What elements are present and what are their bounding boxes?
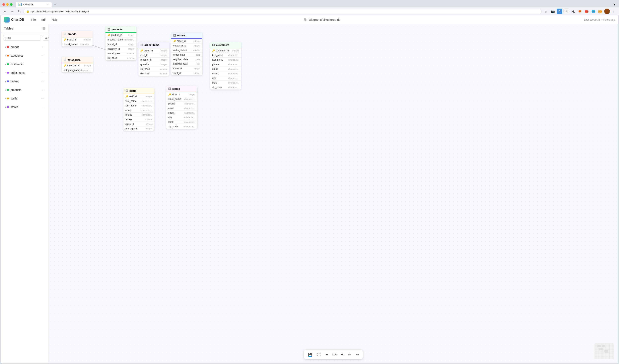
add-table-icon: ⊞	[45, 36, 47, 39]
table-row: model_year smallint	[105, 51, 136, 56]
dropdown-button[interactable]: ▾	[613, 3, 617, 7]
sidebar-item-staffs[interactable]: ∨ staffs ⋯	[1, 94, 48, 103]
table-row: first_name character...	[210, 53, 241, 57]
field-type: integer	[84, 64, 91, 67]
table-icon: 🔲	[168, 87, 171, 90]
browser-tab[interactable]: 📊 ChartDB ×	[16, 2, 52, 7]
table-menu-icon[interactable]: ⋯	[41, 53, 45, 58]
table-menu-icon[interactable]: ⋯	[41, 62, 45, 66]
table-order-items[interactable]: 🔲 order_items 🔑 order_id integer item_id…	[138, 42, 169, 76]
table-brands[interactable]: 🔲 brands 🔑 brand_id integer brand_name c…	[62, 31, 93, 46]
field-type: integer	[194, 40, 200, 42]
ext4-icon[interactable]: 🌐	[591, 9, 596, 14]
table-staffs[interactable]: 🔲 staffs 🔑 staff_id integer first_name c…	[124, 88, 154, 131]
bookmark-icon[interactable]: ☆	[543, 9, 549, 14]
diagram-canvas[interactable]: 🔲 brands 🔑 brand_id integer brand_name c…	[49, 24, 618, 363]
ext1-icon[interactable]: 🔌	[570, 9, 576, 14]
sidebar-item-customers[interactable]: ∨ customers ⋯	[1, 60, 48, 68]
table-row: email character...	[166, 106, 197, 111]
sidebar-item-brands[interactable]: ∨ brands ⋯	[1, 43, 48, 51]
version-icon[interactable]: 1.72	[563, 9, 569, 14]
maximize-window-button[interactable]	[10, 3, 13, 6]
sidebar-sort-icon[interactable]: ☰	[42, 27, 45, 30]
field-type: character...	[184, 116, 195, 119]
field-type: integer	[128, 48, 134, 50]
sidebar-item-orders[interactable]: ∨ orders ⋯	[1, 77, 48, 85]
field-type: integer	[194, 67, 200, 70]
table-customers-header: 🔲 customers	[210, 42, 241, 48]
ext2-icon[interactable]: 🦊	[577, 9, 583, 14]
menu-edit[interactable]: Edit	[39, 17, 48, 23]
sidebar-table-name: orders	[11, 80, 41, 83]
table-products-title: products	[112, 28, 123, 31]
more-options-icon[interactable]: ⋮	[611, 9, 617, 14]
table-row: phone character...	[210, 62, 241, 67]
field-name: first_name	[212, 54, 228, 56]
table-menu-icon[interactable]: ⋯	[41, 70, 45, 75]
undo-button[interactable]: ↩	[347, 352, 352, 358]
field-type: integer	[161, 63, 167, 66]
sidebar-table-name: order_items	[11, 71, 41, 74]
fit-view-button[interactable]: ⛶	[316, 352, 322, 357]
field-name: required_date	[173, 58, 196, 61]
add-table-button[interactable]: ⊞ Add Table	[43, 35, 49, 41]
table-customers[interactable]: 🔲 customers 🔑 customer_id integer first_…	[210, 42, 241, 89]
chevron-icon: ∨	[5, 97, 6, 100]
field-type: integer	[161, 54, 167, 56]
field-name: first_name	[126, 100, 141, 102]
table-stores[interactable]: 🔲 stores 🔑 store_id integer store_name c…	[166, 86, 197, 129]
sidebar-list: ∨ brands ⋯ ∨ categories ⋯ ∨ customers ⋯ …	[1, 43, 48, 363]
close-window-button[interactable]	[2, 3, 5, 6]
field-name: category_id	[108, 47, 128, 50]
tab-favicon: 📊	[19, 3, 22, 6]
field-name: staff_id	[173, 72, 194, 75]
table-row: category_name character...	[62, 68, 93, 72]
table-menu-icon[interactable]: ⋯	[41, 96, 45, 101]
zoom-in-button[interactable]: +	[340, 351, 344, 358]
sidebar-item-products[interactable]: ∨ products ⋯	[1, 85, 48, 94]
redo-button[interactable]: ↪	[355, 352, 360, 358]
new-tab-button[interactable]: +	[53, 1, 57, 7]
menu-help[interactable]: Help	[49, 17, 60, 23]
reload-button[interactable]: ↻	[17, 9, 22, 14]
extension-b-icon[interactable]: B	[557, 9, 562, 14]
minimap[interactable]	[594, 343, 614, 359]
table-products[interactable]: 🔲 products 🔑 product_id integer product_…	[105, 27, 136, 60]
sidebar-item-categories[interactable]: ∨ categories ⋯	[1, 51, 48, 60]
save-button[interactable]: 💾	[307, 352, 313, 358]
table-row: city character...	[210, 76, 241, 80]
field-type: integer	[146, 127, 152, 130]
screenshot-icon[interactable]: 📷	[550, 9, 556, 14]
table-row: 🔑 staff_id integer	[124, 94, 154, 99]
zoom-out-button[interactable]: −	[325, 351, 329, 358]
ext5-icon[interactable]: 🔀	[597, 9, 603, 14]
back-button[interactable]: ←	[2, 9, 8, 14]
address-bar[interactable]: 🔒 app.chartdb.io/diagrams/0kvcbeiijcedel…	[23, 9, 542, 14]
field-name: product_id	[141, 58, 161, 61]
table-menu-icon[interactable]: ⋯	[41, 45, 45, 49]
table-row: email character...	[210, 67, 241, 71]
table-order-items-header: 🔲 order_items	[138, 42, 169, 48]
profile-icon[interactable]	[604, 9, 610, 14]
tab-close-button[interactable]: ×	[47, 3, 49, 6]
sidebar-table-name: brands	[11, 45, 41, 49]
table-row: zip_code character...	[210, 85, 241, 89]
table-row: list_price numeric	[138, 67, 169, 71]
table-menu-icon[interactable]: ⋯	[41, 105, 45, 109]
table-menu-icon[interactable]: ⋯	[41, 87, 45, 92]
field-type: integer	[188, 93, 195, 96]
filter-input[interactable]	[3, 35, 41, 41]
table-categories[interactable]: 🔲 categories 🔑 category_id integer categ…	[62, 57, 93, 72]
sidebar-item-stores[interactable]: ∨ stores ⋯	[1, 103, 48, 111]
field-type: character...	[228, 72, 239, 75]
table-menu-icon[interactable]: ⋯	[41, 79, 45, 84]
forward-button[interactable]: →	[10, 9, 15, 14]
menu-file[interactable]: File	[29, 17, 38, 23]
table-orders[interactable]: 🔲 orders 🔑 order_id integer customer_id …	[171, 32, 202, 75]
field-name: phone	[168, 102, 184, 105]
sidebar-item-order_items[interactable]: ∨ order_items ⋯	[1, 68, 48, 77]
minimize-window-button[interactable]	[6, 3, 9, 6]
chevron-icon: ∨	[5, 46, 6, 48]
ext3-icon[interactable]: 🎒	[584, 9, 590, 14]
field-name: category_id	[67, 64, 84, 67]
